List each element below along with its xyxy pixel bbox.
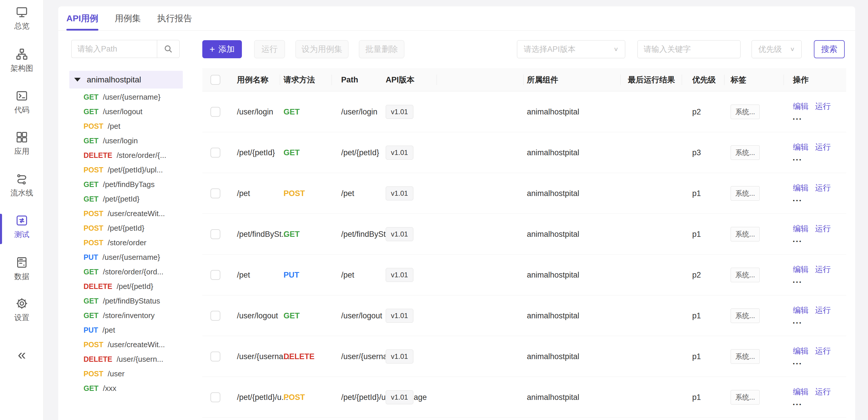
endpoint-item[interactable]: POST /pet/{petId} <box>69 221 183 235</box>
row-checkbox[interactable] <box>211 107 220 117</box>
more-actions-button[interactable]: ••• <box>793 361 831 367</box>
more-actions-button[interactable]: ••• <box>793 402 831 408</box>
api-version-select[interactable]: 请选择API版本 ∨ <box>517 40 625 58</box>
edit-link[interactable]: 编辑 <box>793 183 809 193</box>
run-link[interactable]: 运行 <box>815 101 831 112</box>
sidebar-item-overview[interactable]: 总览 <box>0 5 44 31</box>
sidebar-item-test[interactable]: 测试 <box>0 214 44 240</box>
endpoint-item[interactable]: GET /user/{username} <box>69 90 183 104</box>
sidebar-item-label: 流水线 <box>10 188 33 198</box>
row-checkbox[interactable] <box>211 352 220 361</box>
run-link[interactable]: 运行 <box>815 305 831 316</box>
keyword-input[interactable] <box>638 40 741 58</box>
run-link[interactable]: 运行 <box>815 387 831 397</box>
more-actions-button[interactable]: ••• <box>793 239 831 244</box>
col-last-result: 最后运行结果 <box>628 68 675 91</box>
more-actions-button[interactable]: ••• <box>793 198 831 204</box>
endpoint-item[interactable]: GET /store/inventory <box>69 308 183 323</box>
endpoint-item[interactable]: DELETE /user/{usern... <box>69 352 183 366</box>
cell-method: GET <box>283 132 300 173</box>
run-link[interactable]: 运行 <box>815 183 831 193</box>
search-button[interactable]: 搜索 <box>814 40 845 58</box>
endpoint-path: /store/order/{ord... <box>103 267 163 276</box>
http-method-label: GET <box>84 195 98 203</box>
endpoint-item[interactable]: PUT /pet <box>69 323 183 337</box>
row-checkbox[interactable] <box>211 270 220 280</box>
row-actions: 编辑 运行 ••• <box>793 214 831 254</box>
set-as-suite-button[interactable]: 设为用例集 <box>296 40 348 58</box>
edit-link[interactable]: 编辑 <box>793 346 809 356</box>
edit-link[interactable]: 编辑 <box>793 305 809 316</box>
endpoint-item[interactable]: GET /xxx <box>69 381 183 395</box>
run-link[interactable]: 运行 <box>815 264 831 275</box>
edit-link[interactable]: 编辑 <box>793 223 809 234</box>
priority-select[interactable]: 优先级 ∨ <box>751 40 802 58</box>
endpoint-item[interactable]: GET /user/login <box>69 133 183 148</box>
edit-link[interactable]: 编辑 <box>793 387 809 397</box>
caret-down-icon[interactable] <box>74 78 81 82</box>
endpoint-item[interactable]: GET /pet/findByTags <box>69 177 183 192</box>
database-icon <box>15 256 29 269</box>
batch-delete-button[interactable]: 批量删除 <box>359 40 404 58</box>
endpoint-item[interactable]: GET /store/order/{ord... <box>69 265 183 279</box>
row-checkbox[interactable] <box>211 229 220 239</box>
add-case-button[interactable]: + 添加 <box>202 40 242 58</box>
endpoint-item[interactable]: DELETE /pet/{petId} <box>69 279 183 294</box>
more-actions-button[interactable]: ••• <box>793 279 831 285</box>
tab-api-cases[interactable]: API用例 <box>66 6 98 31</box>
sidebar-item-settings[interactable]: 设置 <box>0 297 44 323</box>
select-all-checkbox[interactable] <box>211 75 220 85</box>
sidebar-item-data[interactable]: 数据 <box>0 256 44 282</box>
api-version-badge: v1.01 <box>386 350 413 363</box>
http-method-label: GET <box>84 384 98 393</box>
tag-badge: 系统... <box>731 227 760 241</box>
sidebar-item-architecture[interactable]: 架构图 <box>0 48 44 73</box>
path-search-input[interactable] <box>71 40 157 58</box>
endpoint-item[interactable]: GET /pet/findByStatus <box>69 294 183 308</box>
table-row: /pet/{petId} GET /pet/{petId} v1.01 anim… <box>202 132 846 173</box>
sidebar-item-pipeline[interactable]: 流水线 <box>0 172 44 198</box>
active-tab-underline <box>66 29 98 31</box>
more-actions-button[interactable]: ••• <box>793 157 831 163</box>
edit-link[interactable]: 编辑 <box>793 142 809 152</box>
endpoint-item[interactable]: POST /pet/{petId}/upl... <box>69 162 183 177</box>
cell-component: animalhostpital <box>527 254 579 295</box>
cell-component: animalhostpital <box>527 91 579 132</box>
endpoint-item[interactable]: PUT /user/{username} <box>69 250 183 265</box>
collapse-sidebar-button[interactable]: « <box>0 347 44 362</box>
endpoint-item[interactable]: POST /pet <box>69 119 183 133</box>
endpoint-item[interactable]: DELETE /store/order/{... <box>69 148 183 162</box>
endpoint-item[interactable]: POST /user <box>69 366 183 381</box>
more-actions-button[interactable]: ••• <box>793 320 831 326</box>
run-link[interactable]: 运行 <box>815 223 831 234</box>
path-search-button[interactable] <box>157 40 180 58</box>
col-component: 所属组件 <box>527 68 558 91</box>
row-checkbox[interactable] <box>211 392 220 402</box>
cell-component: animalhostpital <box>527 336 579 377</box>
run-link[interactable]: 运行 <box>815 142 831 152</box>
edit-link[interactable]: 编辑 <box>793 101 809 112</box>
tree-node-service[interactable]: animalhostpital <box>69 71 183 89</box>
tab-run-reports[interactable]: 执行报告 <box>157 6 192 31</box>
more-actions-button[interactable]: ••• <box>793 116 831 122</box>
endpoint-item[interactable]: POST /user/createWit... <box>69 337 183 352</box>
endpoint-item[interactable]: GET /pet/{petId} <box>69 192 183 206</box>
cell-method: DELETE <box>283 336 315 377</box>
edit-link[interactable]: 编辑 <box>793 264 809 275</box>
sidebar-item-code[interactable]: 代码 <box>0 89 44 115</box>
row-actions: 编辑 运行 ••• <box>793 173 831 214</box>
row-checkbox[interactable] <box>211 188 220 198</box>
row-checkbox[interactable] <box>211 311 220 321</box>
endpoint-item[interactable]: GET /user/logout <box>69 104 183 119</box>
run-link[interactable]: 运行 <box>815 346 831 356</box>
endpoint-item[interactable]: POST /user/createWit... <box>69 206 183 221</box>
endpoint-tree-panel: animalhostpital GET /user/{username} GET… <box>69 31 183 420</box>
tab-case-suites[interactable]: 用例集 <box>115 6 141 31</box>
sidebar-item-apps[interactable]: 应用 <box>0 130 44 156</box>
http-method-label: GET <box>84 137 98 145</box>
run-button[interactable]: 运行 <box>254 40 285 58</box>
cell-method: GET <box>283 295 300 336</box>
chevron-down-icon: ∨ <box>790 46 795 53</box>
endpoint-item[interactable]: POST /store/order <box>69 235 183 250</box>
row-checkbox[interactable] <box>211 148 220 157</box>
